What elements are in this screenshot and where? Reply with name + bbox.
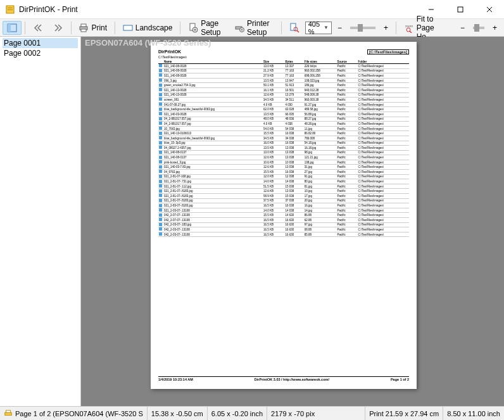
page-setup-button[interactable]: Page Setup <box>184 21 229 35</box>
table-row: 042_2-07-07-.1310815.5 KB14 63086.88Paci… <box>158 213 409 218</box>
file-icon <box>159 88 162 91</box>
file-icon <box>159 93 162 96</box>
fit-in-button[interactable]: + <box>488 21 501 35</box>
file-icon <box>159 199 162 202</box>
file-icon <box>159 117 162 120</box>
table-row: 04_2-881017.057.jpg48.0 KB48 03688.27.jp… <box>158 117 409 122</box>
table-row: 021_2-81-07-.731.jpg14.0 KB14 03880.jpgP… <box>158 179 409 184</box>
table-row: 10_7063.jpg54.0 KB54 03811.jpgPacificC:\… <box>158 126 409 131</box>
footer-app-info: DirPrintOK 3.03 / http://www.softwareok.… <box>255 378 329 381</box>
zoom-value: 405 % <box>308 20 320 35</box>
table-row: 021_140-03-7.83.jpg12.6 KB13 03831.jpgPa… <box>158 165 409 170</box>
file-icon <box>159 232 162 236</box>
separator <box>25 22 25 34</box>
zoom-icon-button[interactable] <box>285 21 304 35</box>
status-print-inch: 8.50 x 11.00 inch <box>443 407 504 420</box>
svg-line-21 <box>297 30 299 32</box>
svg-rect-2 <box>8 10 13 10</box>
printer-setup-button[interactable]: Printer Setup <box>230 21 278 35</box>
page-list-item[interactable]: Page 0002 <box>3 48 78 58</box>
table-row: 021_140-08-013712.6 KB13 038121.21.jpgPa… <box>158 155 409 160</box>
table-row: 042_2-03-07-.1310816.5 KB16 63085.88Paci… <box>158 232 409 237</box>
landscape-label: Landscape <box>135 23 173 32</box>
table-row: 042_2-03-07-.1310816.5 KB16 63008.88Paci… <box>158 227 409 232</box>
table-row: 041-07-08.27.jpg4.0 KB4 03091.27.jpgPaci… <box>158 102 409 107</box>
page-list-sidebar: Page 0001 Page 0002 <box>0 37 81 406</box>
table-row: 04_08027.2-4357.jpg13.5 KB13 03816.18.jp… <box>158 146 409 151</box>
separator <box>396 22 396 34</box>
file-icon <box>159 218 162 221</box>
table-row: 021_2-03-07-.1310814.0 KB14 03814.jpgPac… <box>158 208 409 213</box>
double-chevron-right-icon <box>53 23 63 33</box>
svg-point-18 <box>241 29 243 30</box>
page-setup-icon <box>188 23 198 33</box>
svg-rect-1 <box>8 8 13 8</box>
table-row: green_smoke2.754.3.jpg50.1 KB51 913186.j… <box>158 83 409 88</box>
slider-thumb[interactable] <box>474 24 479 32</box>
sidebar-icon <box>7 23 17 33</box>
landscape-icon <box>123 23 133 33</box>
table-row: 021_140-03-002813.5 KB66 03556.88.jpgPac… <box>158 111 409 117</box>
file-icon <box>159 213 162 217</box>
file-icon <box>159 73 162 77</box>
table-row: 021_140-13-010601315.5 KB16 03886.82.80P… <box>158 131 409 136</box>
table-row: 021_2-81-07-.8183.jpg12.6 KB13 03810.jpg… <box>158 189 409 194</box>
fit-out-button[interactable]: − <box>456 21 469 35</box>
zoom-combo[interactable]: 405 % ▼ <box>305 22 332 34</box>
next-page-button[interactable] <box>49 21 68 35</box>
minus-icon: − <box>337 23 342 32</box>
app-icon <box>5 4 15 15</box>
page-subpath: C:\TestFiles\images\ <box>158 55 409 59</box>
file-icon <box>159 112 162 115</box>
fit-button[interactable]: zoom Fit to Page He... <box>400 21 455 35</box>
page-path-box: [C:\TestFiles\images] <box>367 49 409 54</box>
table-row: screen_08134.5 KB34 511960,003.28Pacific… <box>158 98 409 103</box>
table-row: 021_140-13-002812.6 KB13 279548,008.28Pa… <box>158 92 409 98</box>
svg-rect-4 <box>458 7 463 12</box>
toggle-sidebar-button[interactable] <box>3 21 22 35</box>
zoom-slider[interactable] <box>350 27 375 29</box>
toolbar: Print Landscape Page Setup Printer Setup… <box>0 19 504 37</box>
table-row: blue_background-tile_beautiful-0063.jpg3… <box>158 136 409 141</box>
file-icon <box>159 98 162 101</box>
printer-setup-label: Printer Setup <box>247 19 274 37</box>
file-icon <box>159 189 162 193</box>
separator <box>115 22 115 34</box>
preview-area[interactable]: EPSON07A604 (WF-3520 Series) DirPrintOK … <box>81 37 504 406</box>
page-footer: 1/4/2019 10:23:14 AM DirPrintOK 3.03 / h… <box>158 376 409 381</box>
content-area: Page 0001 Page 0002 EPSON07A604 (WF-3520… <box>0 37 504 406</box>
landscape-button[interactable]: Landscape <box>118 21 177 35</box>
prev-page-button[interactable] <box>28 21 47 35</box>
fit-page-icon: zoom <box>404 23 414 33</box>
file-icon <box>159 103 162 106</box>
file-icon <box>159 170 162 173</box>
table-row: 04_2-881017.057.jpg4.0 KB4 03848.28.jpgP… <box>158 122 409 127</box>
file-icon <box>159 141 162 144</box>
table-row: 021_140-08-002821.2 KB77 163960,002.258P… <box>158 68 409 73</box>
svg-text:zoom: zoom <box>405 24 413 28</box>
double-chevron-left-icon <box>33 23 43 33</box>
file-icon <box>159 127 162 130</box>
svg-rect-11 <box>81 29 86 32</box>
file-icon <box>159 175 162 178</box>
zoom-out-button[interactable]: − <box>333 21 346 35</box>
status-cm: 15.38 x -0.50 cm <box>148 407 208 420</box>
zoom-in-button[interactable]: + <box>379 21 393 35</box>
close-button[interactable] <box>475 0 504 18</box>
svg-point-15 <box>194 29 196 30</box>
page-list-item[interactable]: Page 0001 <box>3 38 78 48</box>
table-row: 021_140-08-002813.0 KB13 337226 bit/pxPa… <box>158 64 409 69</box>
printer-setup-icon <box>234 23 244 33</box>
file-icon <box>159 184 162 188</box>
table-row: 021_140-08-013713.0 KB13 03898.jpgPacifi… <box>158 150 409 155</box>
fit-slider[interactable] <box>473 27 484 29</box>
slider-thumb[interactable] <box>358 24 363 32</box>
file-listing-table: NameSizeBytesFile sizesSourceFolder 021_… <box>158 60 409 237</box>
file-icon <box>159 180 162 183</box>
table-row: pink-boxed_3.jpg10.6 KB10 038138.jpgPaci… <box>158 160 409 165</box>
table-row: 021_2-81-07-.8183.jpg58.9 KB15 03817.jpg… <box>158 194 409 199</box>
print-button[interactable]: Print <box>74 21 111 35</box>
svg-rect-25 <box>5 412 12 415</box>
page-preview: DirPrintOK [C:\TestFiles\images] C:\Test… <box>151 42 417 389</box>
file-icon <box>159 156 162 159</box>
